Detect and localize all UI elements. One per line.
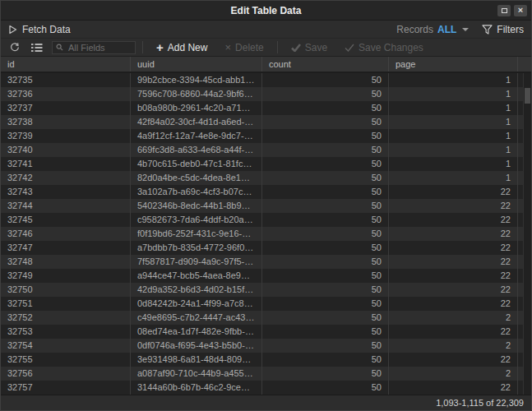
cell-count[interactable]: 50 [262,87,389,101]
cell-count[interactable]: 50 [262,185,389,199]
column-list-button[interactable] [28,40,46,55]
cell-page[interactable]: 1 [389,143,518,157]
cell-uuid[interactable]: 3e931498-6a81-48d4-8092-8d0a06 [131,353,262,367]
cell-uuid[interactable]: 4a9f12cf-12a7-4e8e-9dc7-81633257 [131,129,262,143]
cell-count[interactable]: 50 [262,143,389,157]
cell-uuid[interactable]: a944ce47-bcb5-4aea-8e98-f8e9e7b [131,269,262,283]
cell-id[interactable]: 32745 [1,213,131,227]
scrollbar-thumb[interactable] [525,88,530,104]
cell-uuid[interactable]: 42f84a02-30cf-4d1d-a6ed-502010bf [131,115,262,129]
cell-page[interactable]: 1 [389,73,518,87]
cell-id[interactable]: 32742 [1,171,131,185]
save-changes-button[interactable]: Save Changes [338,42,430,53]
cell-uuid[interactable]: 42d9a352-b6d3-4d02-b15f-281f5bc [131,283,262,297]
cell-uuid[interactable]: 7596c708-6860-44a2-9bf6-772a12c [131,87,262,101]
cell-id[interactable]: 32744 [1,199,131,213]
cell-id[interactable]: 32753 [1,325,131,339]
table-row[interactable]: 32742 82d0a4be-c5dc-4dea-8e1d-6a898e0 50… [1,171,531,185]
table-row[interactable]: 32757 3144a60b-6b7b-46c2-9ce5-4fde857 50… [1,381,531,395]
cell-uuid[interactable]: a7bdbb7b-835d-4772-96f0-b8c1e6a [131,241,262,255]
cell-uuid[interactable]: 4b70c615-deb0-47c1-81fc-f6fa42b2 [131,157,262,171]
cell-uuid[interactable]: 3144a60b-6b7b-46c2-9ce5-4fde857 [131,381,262,395]
search-input[interactable] [67,42,132,53]
cell-page[interactable]: 2 [389,367,518,381]
cell-id[interactable]: 32757 [1,381,131,395]
cell-count[interactable]: 50 [262,381,389,395]
cell-page[interactable]: 22 [389,255,518,269]
cell-count[interactable]: 50 [262,129,389,143]
cell-uuid[interactable]: 0d84242b-24a1-4f99-a7c8-bf8750b [131,297,262,311]
cell-id[interactable]: 32751 [1,297,131,311]
refresh-button[interactable] [6,40,24,55]
cell-page[interactable]: 22 [389,241,518,255]
table-row[interactable]: 32756 a087af90-710c-44b9-a455-db8b6ae 50… [1,367,531,381]
cell-uuid[interactable]: c49e8695-c7b2-4447-ac43-cd59cab [131,311,262,325]
cell-page[interactable]: 22 [389,199,518,213]
cell-count[interactable]: 50 [262,269,389,283]
cell-page[interactable]: 22 [389,269,518,283]
cell-page[interactable]: 22 [389,325,518,339]
table-row[interactable]: 32752 c49e8695-c7b2-4447-ac43-cd59cab 50… [1,311,531,325]
cell-count[interactable]: 50 [262,115,389,129]
add-new-button[interactable]: + Add New [150,41,214,53]
table-row[interactable]: 32745 c9582673-7da6-4ddf-b20a-343422d 50… [1,213,531,227]
cell-uuid[interactable]: 08ed74ea-1d7f-482e-9fbb-fba1c3a6 [131,325,262,339]
cell-id[interactable]: 32752 [1,311,131,325]
vertical-scrollbar[interactable] [523,73,531,395]
delete-button[interactable]: × Delete [218,42,270,53]
table-row[interactable]: 32736 7596c708-6860-44a2-9bf6-772a12c 50… [1,87,531,101]
cell-count[interactable]: 50 [262,157,389,171]
cell-count[interactable]: 50 [262,199,389,213]
cell-page[interactable]: 22 [389,227,518,241]
cell-uuid[interactable]: c9582673-7da6-4ddf-b20a-343422d [131,213,262,227]
table-row[interactable]: 32751 0d84242b-24a1-4f99-a7c8-bf8750b 50… [1,297,531,311]
cell-id[interactable]: 32754 [1,339,131,353]
cell-id[interactable]: 32736 [1,87,131,101]
table-row[interactable]: 32748 7f587817-d909-4a9c-97f5-34d4dac5 5… [1,255,531,269]
cell-page[interactable]: 2 [389,311,518,325]
cell-count[interactable]: 50 [262,101,389,115]
table-row[interactable]: 32747 a7bdbb7b-835d-4772-96f0-b8c1e6a 50… [1,241,531,255]
cell-uuid[interactable]: b08a980b-2961-4c20-a71b-b63671 [131,101,262,115]
cell-count[interactable]: 50 [262,241,389,255]
cell-id[interactable]: 32756 [1,367,131,381]
table-row[interactable]: 32746 f0f19bd6-252f-431c-9e16-831fcf867 … [1,227,531,241]
cell-count[interactable]: 50 [262,171,389,185]
cell-uuid[interactable]: f0f19bd6-252f-431c-9e16-831fcf867 [131,227,262,241]
cell-uuid[interactable]: 99b2cbce-3394-45cd-abb1-a93341a [131,73,262,87]
cell-count[interactable]: 50 [262,311,389,325]
cell-page[interactable]: 22 [389,185,518,199]
cell-id[interactable]: 32737 [1,101,131,115]
cell-count[interactable]: 50 [262,325,389,339]
column-header-count[interactable]: count [262,57,389,72]
cell-count[interactable]: 50 [262,255,389,269]
cell-id[interactable]: 32740 [1,143,131,157]
cell-uuid[interactable]: 5402346b-8edc-44b1-8b9c-12d2431 [131,199,262,213]
table-row[interactable]: 32755 3e931498-6a81-48d4-8092-8d0a06 50 … [1,353,531,367]
table-row[interactable]: 32754 0df0746a-f695-4e43-b5b0-150a16b 50… [1,339,531,353]
fetch-data-button[interactable]: Fetch Data [8,24,71,35]
save-button[interactable]: Save [285,42,334,53]
table-row[interactable]: 32740 669fc3d8-a633-4e68-a44f-8362e54 50… [1,143,531,157]
cell-page[interactable]: 1 [389,171,518,185]
cell-id[interactable]: 32746 [1,227,131,241]
cell-id[interactable]: 32735 [1,73,131,87]
cell-page[interactable]: 22 [389,353,518,367]
column-header-id[interactable]: id [1,57,131,72]
cell-page[interactable]: 1 [389,87,518,101]
cell-count[interactable]: 50 [262,339,389,353]
column-header-page[interactable]: page [389,57,518,72]
cell-count[interactable]: 50 [262,213,389,227]
cell-id[interactable]: 32741 [1,157,131,171]
cell-uuid[interactable]: a087af90-710c-44b9-a455-db8b6ae [131,367,262,381]
table-row[interactable]: 32741 4b70c615-deb0-47c1-81fc-f6fa42b2 5… [1,157,531,171]
cell-page[interactable]: 1 [389,129,518,143]
cell-count[interactable]: 50 [262,353,389,367]
table-row[interactable]: 32739 4a9f12cf-12a7-4e8e-9dc7-81633257 5… [1,129,531,143]
cell-id[interactable]: 32749 [1,269,131,283]
close-button[interactable]: × [514,5,527,16]
cell-page[interactable]: 22 [389,283,518,297]
cell-uuid[interactable]: 669fc3d8-a633-4e68-a44f-8362e54 [131,143,262,157]
cell-page[interactable]: 1 [389,101,518,115]
cell-id[interactable]: 32739 [1,129,131,143]
